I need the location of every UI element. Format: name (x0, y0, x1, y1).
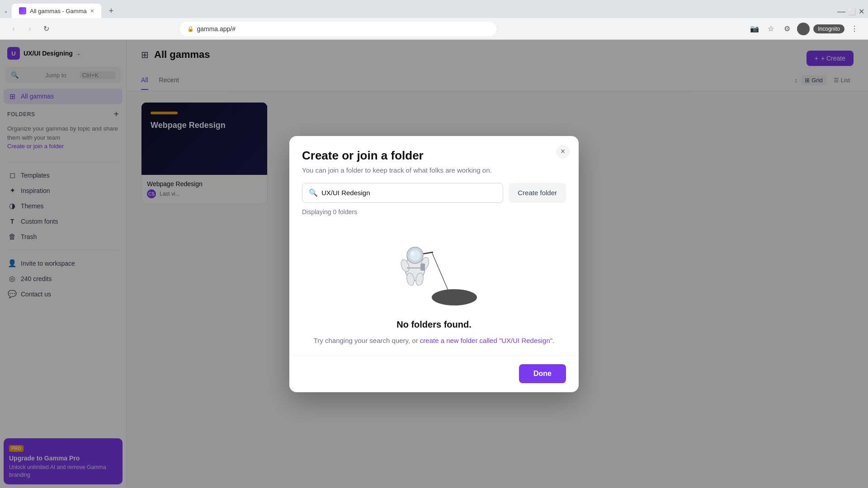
create-folder-modal: Create or join a folder You can join a f… (289, 136, 579, 392)
browser-chrome: ⌄ All gammas - Gamma × + — ⬜ ✕ ‹ › ↻ 🔒 g… (0, 0, 868, 40)
no-folders-title: No folders found. (396, 319, 472, 330)
modal-overlay[interactable]: Create or join a folder You can join a f… (0, 40, 868, 488)
forward-button[interactable]: › (24, 23, 36, 35)
maximize-btn[interactable]: ⬜ (848, 8, 856, 15)
modal-title: Create or join a folder (302, 149, 566, 163)
folder-search-input[interactable] (321, 189, 496, 197)
tab-bar: ⌄ All gammas - Gamma × + — ⬜ ✕ (0, 0, 868, 18)
active-tab[interactable]: All gammas - Gamma × (12, 4, 101, 18)
toolbar-right: 📷 ☆ ⚙ Incognito ⋮ (748, 23, 861, 35)
tab-favicon (19, 7, 26, 14)
close-tab-icon[interactable]: × (90, 7, 94, 14)
modal-subtitle: You can join a folder to keep track of w… (302, 166, 566, 174)
tab-title: All gammas - Gamma (30, 8, 87, 14)
camera-icon[interactable]: 📷 (748, 23, 761, 35)
create-folder-button[interactable]: Create folder (509, 183, 566, 203)
done-button[interactable]: Done (519, 364, 566, 383)
create-new-folder-link[interactable]: create a new folder called "UX/UI Redesi… (420, 337, 554, 344)
close-btn[interactable]: ✕ (859, 7, 864, 16)
modal-close-button[interactable]: × (556, 145, 570, 159)
modal-body: No folders found. Try changing your sear… (289, 219, 579, 355)
search-icon: 🔍 (309, 188, 318, 197)
folder-search-input-wrapper: 🔍 (302, 183, 503, 203)
profile-button[interactable] (797, 23, 810, 35)
tab-overflow-icon[interactable]: ⌄ (4, 8, 8, 14)
address-text: gamma.app/# (197, 25, 236, 33)
svg-point-6 (411, 252, 415, 255)
svg-rect-11 (420, 263, 425, 271)
modal-footer: Done (289, 355, 579, 392)
modal-search-row: 🔍 Create folder (289, 183, 579, 203)
folder-count-status: Displaying 0 folders (289, 208, 579, 216)
svg-point-0 (432, 289, 477, 305)
no-folders-description: Try changing your search query, or creat… (314, 335, 555, 346)
browser-toolbar: ‹ › ↻ 🔒 gamma.app/# 📷 ☆ ⚙ Incognito ⋮ (0, 18, 868, 40)
refresh-button[interactable]: ↻ (40, 23, 52, 35)
new-tab-button[interactable]: + (105, 5, 118, 17)
modal-header: Create or join a folder You can join a f… (289, 136, 579, 183)
address-bar[interactable]: 🔒 gamma.app/# (180, 22, 496, 36)
extensions-icon[interactable]: ⚙ (781, 23, 793, 35)
empty-illustration (384, 227, 484, 309)
svg-line-1 (432, 252, 450, 294)
lock-icon: 🔒 (187, 26, 194, 32)
svg-point-5 (410, 250, 420, 261)
back-button[interactable]: ‹ (7, 23, 20, 35)
menu-icon[interactable]: ⋮ (848, 23, 861, 35)
star-icon[interactable]: ☆ (764, 23, 777, 35)
incognito-badge: Incognito (813, 24, 844, 33)
minimize-btn[interactable]: — (837, 7, 845, 16)
